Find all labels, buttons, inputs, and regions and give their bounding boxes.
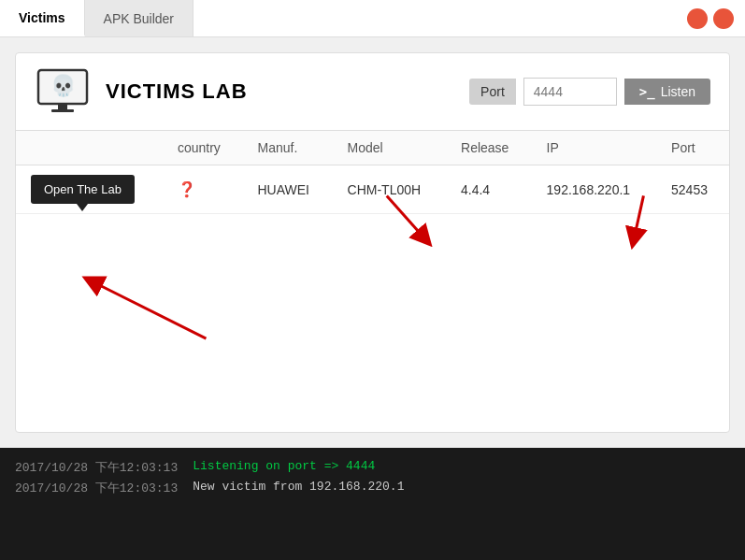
svg-rect-3 [58,104,67,109]
tab-bar: Victims APK Builder [0,0,745,37]
terminal-time-2: 2017/10/28 下午12:03:13 [15,480,178,496]
tab-victims-label: Victims [19,10,65,25]
terminal-panel: 2017/10/28 下午12:03:13 Listening on port … [0,448,745,560]
tab-apk-builder-label: APK Builder [104,11,174,26]
ip-cell: 192.168.220.1 [532,165,656,214]
main-content: 💀 VICTIMS LAB Port >_ Listen [0,37,745,448]
col-manuf: Manuf. [243,131,333,165]
lab-panel: 💀 VICTIMS LAB Port >_ Listen [15,52,730,433]
victims-table: country Manuf. Model Release IP Port Ope… [16,131,729,214]
terminal-time-1: 2017/10/28 下午12:03:13 [15,459,178,476]
open-lab-cell: Open The Lab [16,165,163,214]
port-label: Port [469,79,516,105]
table-header-row: country Manuf. Model Release IP Port [16,131,729,165]
col-port: Port [656,131,729,165]
col-release: Release [446,131,532,165]
terminal-msg-2: New victim from 192.168.220.1 [193,480,404,496]
lab-title: VICTIMS LAB [106,79,248,104]
model-cell: CHM-TL00H [333,165,446,214]
table-container: country Manuf. Model Release IP Port Ope… [16,131,729,432]
window-controls [687,8,734,29]
svg-rect-4 [51,109,74,112]
col-country: country [163,131,243,165]
terminal-msg-1: Listening on port => 4444 [193,459,375,476]
lab-controls: Port >_ Listen [469,78,710,106]
open-lab-button[interactable]: Open The Lab [31,175,135,204]
terminal-line-2: 2017/10/28 下午12:03:13 New victim from 19… [15,480,730,496]
col-ip: IP [532,131,656,165]
close-icon[interactable] [713,8,734,29]
terminal-line-1: 2017/10/28 下午12:03:13 Listening on port … [15,459,730,476]
tab-victims[interactable]: Victims [0,0,85,36]
listen-label: Listen [661,84,695,99]
lab-logo: 💀 [35,68,91,115]
port-input[interactable] [523,78,617,106]
tab-apk-builder[interactable]: APK Builder [85,0,193,36]
release-cell: 4.4.4 [446,165,532,214]
col-action [16,131,163,165]
country-cell: ❓ [163,165,243,214]
table-row: Open The Lab ❓ HUAWEI CHM-TL00H 4.4.4 19… [16,165,729,214]
country-unknown-icon: ❓ [178,181,196,197]
col-model: Model [333,131,446,165]
listen-button[interactable]: >_ Listen [624,79,710,105]
manuf-cell: HUAWEI [243,165,333,214]
minimize-icon[interactable] [687,8,708,29]
svg-text:💀: 💀 [50,73,77,98]
terminal-icon: >_ [639,84,655,99]
lab-header: 💀 VICTIMS LAB Port >_ Listen [16,53,729,131]
port-cell: 52453 [656,165,729,214]
